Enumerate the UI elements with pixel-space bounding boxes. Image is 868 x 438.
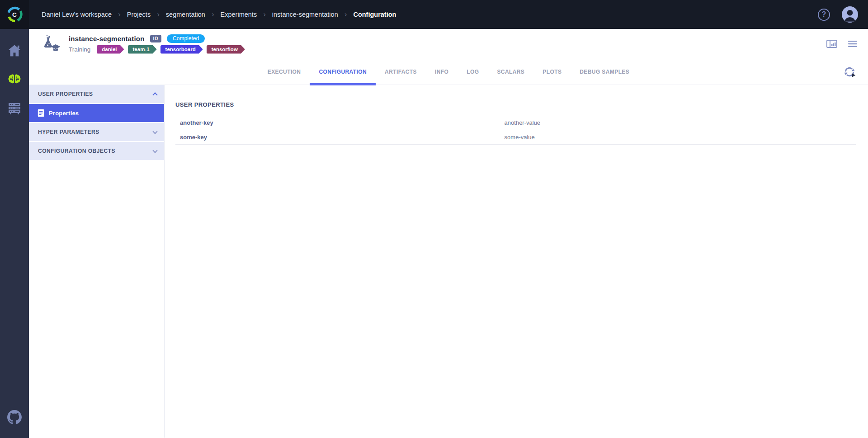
property-value: another-value bbox=[505, 119, 541, 126]
user-avatar[interactable] bbox=[842, 6, 858, 23]
tab-info[interactable]: INFO bbox=[426, 59, 458, 85]
clearml-logo[interactable]: C bbox=[0, 0, 29, 29]
content-heading: USER PROPERTIES bbox=[175, 101, 856, 108]
app-sidebar bbox=[0, 29, 29, 438]
breadcrumb-current-page: Configuration bbox=[353, 11, 396, 18]
tab-debug-samples[interactable]: DEBUG SAMPLES bbox=[571, 59, 638, 85]
table-row[interactable]: some-key some-value bbox=[175, 130, 856, 145]
property-key: another-key bbox=[180, 119, 505, 126]
section-configuration-objects[interactable]: CONFIGURATION OBJECTS bbox=[29, 142, 164, 160]
breadcrumb: Daniel Lew's workspace Projects segmenta… bbox=[42, 10, 396, 19]
user-properties-content: USER PROPERTIES another-key another-valu… bbox=[165, 85, 868, 438]
breadcrumb-workspace[interactable]: Daniel Lew's workspace bbox=[42, 11, 112, 18]
breadcrumb-experiments[interactable]: Experiments bbox=[221, 11, 257, 18]
properties-table: another-key another-value some-key some-… bbox=[175, 116, 856, 145]
section-hyper-parameters[interactable]: HYPER PARAMETERS bbox=[29, 123, 164, 141]
tab-log[interactable]: LOG bbox=[458, 59, 488, 85]
breadcrumb-separator-icon bbox=[118, 10, 121, 19]
top-bar: C Daniel Lew's workspace Projects segmen… bbox=[0, 0, 868, 29]
refresh-icon bbox=[843, 65, 856, 79]
configuration-nav-panel: USER PROPERTIES Properties HYPER PARAMET… bbox=[29, 85, 165, 438]
sidebar-item-projects[interactable] bbox=[0, 65, 29, 94]
experiment-header: instance-segmentation ID Completed Train… bbox=[29, 29, 868, 59]
home-icon bbox=[8, 44, 21, 57]
topbar-right bbox=[818, 6, 868, 23]
sidebar-item-dashboard[interactable] bbox=[0, 36, 29, 65]
nav-item-label: Properties bbox=[49, 110, 79, 117]
tag-daniel[interactable]: daniel bbox=[97, 45, 124, 54]
id-badge[interactable]: ID bbox=[150, 35, 162, 42]
chevron-down-icon bbox=[152, 129, 157, 134]
github-icon bbox=[7, 410, 22, 424]
menu-button[interactable] bbox=[848, 40, 857, 47]
breadcrumb-project[interactable]: segmentation bbox=[166, 11, 205, 18]
breadcrumb-separator-icon bbox=[157, 10, 160, 19]
clearml-logo-icon: C bbox=[5, 5, 24, 24]
tab-artifacts[interactable]: ARTIFACTS bbox=[376, 59, 426, 85]
training-flask-icon bbox=[42, 34, 62, 54]
property-value: some-value bbox=[505, 134, 535, 141]
content-row: USER PROPERTIES Properties HYPER PARAMET… bbox=[29, 85, 868, 438]
tag-tensorboard[interactable]: tensorboard bbox=[160, 45, 203, 54]
section-label: CONFIGURATION OBJECTS bbox=[38, 148, 115, 154]
chevron-down-icon bbox=[152, 148, 157, 153]
sidebar-item-datasets[interactable] bbox=[0, 94, 29, 123]
breadcrumb-experiment[interactable]: instance-segmentation bbox=[272, 11, 338, 18]
auto-refresh-button[interactable] bbox=[843, 65, 856, 80]
experiment-type-label: Training bbox=[69, 46, 90, 53]
servers-icon bbox=[8, 103, 21, 114]
brain-icon bbox=[7, 74, 22, 85]
hamburger-menu-icon bbox=[848, 40, 857, 47]
nav-item-properties[interactable]: Properties bbox=[29, 104, 164, 122]
svg-text:C: C bbox=[12, 11, 17, 18]
person-icon bbox=[842, 6, 858, 23]
tab-configuration[interactable]: CONFIGURATION bbox=[310, 59, 376, 85]
status-badge: Completed bbox=[167, 34, 205, 43]
breadcrumb-separator-icon bbox=[344, 10, 347, 19]
main-area: instance-segmentation ID Completed Train… bbox=[29, 29, 868, 438]
breadcrumb-projects[interactable]: Projects bbox=[127, 11, 151, 18]
tag-tensorflow[interactable]: tensorflow bbox=[207, 45, 245, 54]
sidebar-item-github[interactable] bbox=[0, 403, 29, 432]
section-label: USER PROPERTIES bbox=[38, 91, 93, 97]
tag-team-1[interactable]: team-1 bbox=[128, 45, 157, 54]
breadcrumb-separator-icon bbox=[212, 10, 214, 19]
split-view-chart-icon bbox=[826, 40, 837, 48]
tab-execution[interactable]: EXECUTION bbox=[259, 59, 310, 85]
experiment-tabbar: EXECUTION CONFIGURATION ARTIFACTS INFO L… bbox=[29, 59, 868, 85]
help-icon[interactable] bbox=[818, 9, 830, 21]
section-user-properties[interactable]: USER PROPERTIES bbox=[29, 85, 164, 103]
tab-plots[interactable]: PLOTS bbox=[533, 59, 571, 85]
section-label: HYPER PARAMETERS bbox=[38, 129, 99, 135]
chevron-up-icon bbox=[152, 92, 157, 97]
document-icon bbox=[38, 109, 44, 117]
details-view-toggle-button[interactable] bbox=[826, 40, 837, 48]
tab-scalars[interactable]: SCALARS bbox=[488, 59, 533, 85]
property-key: some-key bbox=[180, 134, 505, 141]
table-row[interactable]: another-key another-value bbox=[175, 116, 856, 130]
experiment-title: instance-segmentation bbox=[69, 35, 145, 42]
breadcrumb-separator-icon bbox=[263, 10, 266, 19]
